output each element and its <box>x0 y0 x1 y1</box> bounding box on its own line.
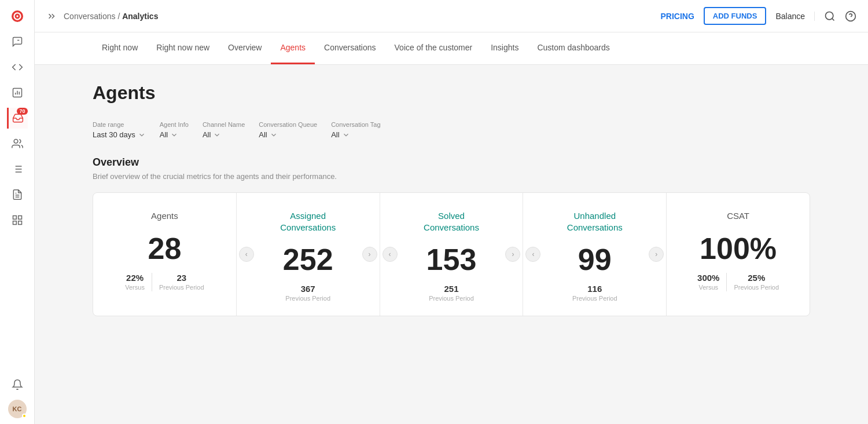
breadcrumb: Conversations / Analytics <box>64 12 158 21</box>
assigned-conversations-card: ‹ AssignedConversations 252 367 Previous… <box>237 193 380 316</box>
unhandled-conversations-card-value: 99 <box>578 244 612 275</box>
csat-card: CSAT 100% 300% Versus 25% Previous Perio… <box>667 193 810 316</box>
csat-versus: 300% Versus <box>697 273 719 291</box>
agents-card: Agents 28 22% Versus 23 Previous Period <box>93 193 237 316</box>
solved-conversations-card: ‹ SolvedConversations 153 251 Previous P… <box>380 193 524 316</box>
agents-previous: 23 Previous Period <box>159 273 204 291</box>
help-button[interactable] <box>845 10 856 22</box>
expand-button[interactable] <box>46 11 57 21</box>
unhandled-nav-left-button[interactable]: ‹ <box>525 247 540 262</box>
agents-card-title: Agents <box>151 210 178 222</box>
unhandled-conversations-card: ‹ UnhandledConversations 99 116 Previous… <box>523 193 667 316</box>
page-title: Agents <box>93 82 810 104</box>
csat-card-footer: 300% Versus 25% Previous Period <box>681 273 796 291</box>
conversation-queue-filter: Conversation Queue All <box>259 121 317 139</box>
contacts-icon[interactable] <box>7 133 28 154</box>
page-body: Agents Date range Last 30 days Agent Inf… <box>35 65 868 334</box>
filters-row: Date range Last 30 days Agent Info All C… <box>93 121 810 139</box>
divider <box>726 273 727 291</box>
tab-right-now-new[interactable]: Right now new <box>147 32 219 64</box>
conversation-tag-select[interactable]: All <box>331 130 380 139</box>
solved-conversations-card-title: SolvedConversations <box>424 210 479 233</box>
assigned-conversations-previous: 367 Previous Period <box>285 284 330 302</box>
inbox-badge: 70 <box>17 108 27 115</box>
channel-name-select[interactable]: All <box>203 130 245 139</box>
channel-name-label: Channel Name <box>203 121 245 128</box>
search-button[interactable] <box>824 10 836 22</box>
solved-conversations-card-value: 153 <box>426 244 477 275</box>
conversation-queue-label: Conversation Queue <box>259 121 317 128</box>
svg-rect-21 <box>13 221 16 225</box>
sidebar: 70 KC <box>0 0 35 424</box>
unhandled-conversations-card-footer: 116 Previous Period <box>537 284 652 302</box>
svg-point-2 <box>16 15 18 17</box>
tab-overview[interactable]: Overview <box>219 32 271 64</box>
tab-conversations[interactable]: Conversations <box>315 32 385 64</box>
divider <box>152 273 152 291</box>
svg-rect-20 <box>18 221 21 225</box>
audit-icon[interactable] <box>7 184 28 205</box>
breadcrumb-current: Analytics <box>122 12 158 21</box>
assigned-conversations-card-footer: 367 Previous Period <box>251 284 366 302</box>
tab-custom-dashboards[interactable]: Custom dashboards <box>528 32 619 64</box>
solved-conversations-previous: 251 Previous Period <box>429 284 474 302</box>
conversation-queue-select[interactable]: All <box>259 130 317 139</box>
unhandled-conversations-previous: 116 Previous Period <box>572 284 617 302</box>
assigned-conversations-card-title: AssignedConversations <box>280 210 336 233</box>
reports-icon[interactable] <box>7 82 28 103</box>
csat-card-value: 100% <box>700 233 777 264</box>
agents-versus: 22% Versus <box>125 273 145 291</box>
svg-rect-18 <box>13 216 16 220</box>
solved-nav-left-button[interactable]: ‹ <box>382 247 398 262</box>
breadcrumb-parent: Conversations <box>64 12 116 21</box>
svg-point-9 <box>14 140 18 144</box>
chat-icon[interactable] <box>7 31 28 52</box>
overview-title: Overview <box>93 156 810 169</box>
solved-nav-right-button[interactable]: › <box>505 247 520 262</box>
agent-info-select[interactable]: All <box>160 130 189 139</box>
conversation-tag-label: Conversation Tag <box>331 121 380 128</box>
overview-section: Overview Brief overview of the crucial m… <box>93 156 810 316</box>
content-area: Right now Right now new Overview Agents … <box>35 32 868 424</box>
bell-icon[interactable] <box>7 374 28 395</box>
agent-info-filter: Agent Info All <box>160 121 189 139</box>
csat-previous: 25% Previous Period <box>734 273 779 291</box>
nav-tabs: Right now Right now new Overview Agents … <box>35 32 868 65</box>
tab-right-now[interactable]: Right now <box>93 32 147 64</box>
tab-agents[interactable]: Agents <box>271 32 315 64</box>
pricing-link[interactable]: PRICING <box>661 12 694 21</box>
agents-card-footer: 22% Versus 23 Previous Period <box>107 273 222 291</box>
date-range-select[interactable]: Last 30 days <box>93 130 146 139</box>
logo-icon[interactable] <box>7 6 28 27</box>
svg-point-22 <box>826 12 833 19</box>
add-funds-button[interactable]: ADD FUNDS <box>704 7 767 25</box>
unhandled-nav-right-button[interactable]: › <box>649 247 664 262</box>
solved-conversations-card-footer: 251 Previous Period <box>394 284 509 302</box>
agent-info-label: Agent Info <box>160 121 189 128</box>
csat-card-title: CSAT <box>727 210 749 222</box>
balance-label: Balance <box>775 12 815 21</box>
date-range-filter: Date range Last 30 days <box>93 121 146 139</box>
assigned-nav-right-button[interactable]: › <box>362 247 377 262</box>
inbox-icon[interactable]: 70 <box>7 108 28 129</box>
date-range-label: Date range <box>93 121 146 128</box>
tab-insights[interactable]: Insights <box>481 32 528 64</box>
grid-icon[interactable] <box>7 210 28 231</box>
topbar-right: PRICING ADD FUNDS Balance <box>661 7 857 25</box>
agents-card-value: 28 <box>148 233 181 264</box>
tab-voice-of-customer[interactable]: Voice of the customer <box>385 32 482 64</box>
avatar[interactable]: KC <box>8 400 27 418</box>
list-icon[interactable] <box>7 159 28 180</box>
main-content: Conversations / Analytics PRICING ADD FU… <box>35 0 868 424</box>
svg-rect-19 <box>18 216 21 220</box>
overview-description: Brief overview of the crucial metrics fo… <box>93 172 810 181</box>
topbar: Conversations / Analytics PRICING ADD FU… <box>35 0 868 32</box>
assigned-nav-left-button[interactable]: ‹ <box>239 247 254 262</box>
svg-line-23 <box>832 18 834 20</box>
unhandled-conversations-card-title: UnhandledConversations <box>567 210 623 233</box>
overview-cards: Agents 28 22% Versus 23 Previous Period <box>93 192 810 316</box>
conversation-tag-filter: Conversation Tag All <box>331 121 380 139</box>
assigned-conversations-card-value: 252 <box>283 244 333 275</box>
avatar-status-dot <box>22 414 27 418</box>
code-icon[interactable] <box>7 57 28 78</box>
